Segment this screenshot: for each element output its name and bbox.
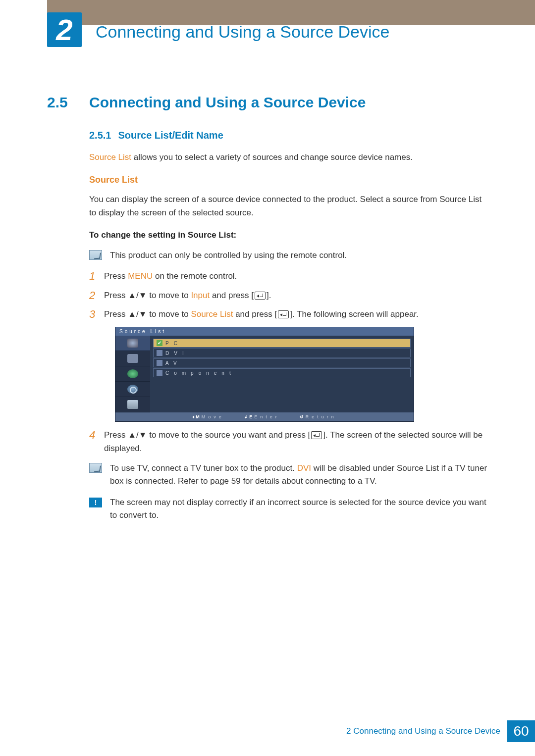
- osd-list: ✔PC DVI AV Component: [150, 336, 414, 412]
- note-remote-only: This product can only be controlled by u…: [89, 249, 490, 262]
- warning-text: The screen may not display correctly if …: [110, 496, 490, 522]
- step-number: 2: [89, 289, 104, 302]
- step-1: 1 Press MENU on the remote control.: [89, 270, 490, 283]
- enter-icon: [311, 431, 322, 439]
- page-number: 60: [507, 720, 535, 742]
- chapter-title: Connecting and Using a Source Device: [96, 22, 389, 42]
- warning-icon: [89, 498, 102, 507]
- t: Enter: [254, 414, 280, 419]
- osd-side-multi-icon: [115, 397, 150, 412]
- content-area: 2.5 Connecting and Using a Source Device…: [47, 94, 490, 530]
- osd-row-label: AV: [165, 360, 182, 366]
- t: ]. The following screen will appear.: [290, 309, 419, 319]
- subsection-heading: 2.5.1 Source List/Edit Name: [89, 130, 490, 141]
- step-3: 3 Press ▲/▼ to move to Source List and p…: [89, 308, 490, 321]
- src-icon: [157, 360, 162, 366]
- osd-sidebar: [115, 336, 150, 412]
- osd-footer: ♦ MMove ↲ EEnter ↺Return: [115, 412, 414, 421]
- subsection-number: 2.5.1: [89, 130, 111, 141]
- osd-screenshot: Source List ✔PC DVI AV Component: [115, 327, 414, 422]
- page-footer: 2 Connecting and Using a Source Device 6…: [346, 720, 535, 742]
- intro-paragraph: Source List allows you to select a varie…: [89, 151, 490, 164]
- osd-footer-return: ↺Return: [300, 414, 337, 419]
- osd-footer-enter: ↲ EEnter: [244, 414, 280, 419]
- osd-body: ✔PC DVI AV Component: [115, 336, 414, 412]
- step-2: 2 Press ▲/▼ to move to Input and press […: [89, 289, 490, 302]
- note-tv-tuner: To use TV, connect a TV tuner box to the…: [89, 462, 490, 488]
- source-list-paragraph: You can display the screen of a source d…: [89, 193, 490, 219]
- osd-row-av: AV: [153, 358, 411, 367]
- osd-row-component: Component: [153, 368, 411, 377]
- t: on the remote control.: [153, 271, 237, 281]
- osd-side-input-icon: [115, 336, 150, 351]
- step-text: Press ▲/▼ to move to Input and press [].: [104, 289, 271, 302]
- manual-page: 2 Connecting and Using a Source Device 2…: [0, 0, 535, 756]
- step-4: 4 Press ▲/▼ to move to the source you wa…: [89, 429, 490, 455]
- src-icon: [157, 350, 162, 356]
- top-band-left-cut: [0, 0, 47, 25]
- intro-rest: allows you to select a variety of source…: [131, 152, 413, 162]
- intro-lead-term: Source List: [89, 152, 131, 162]
- t: Press ▲/▼ to move to the source you want…: [104, 430, 310, 440]
- section-title: Connecting and Using a Source Device: [89, 94, 366, 111]
- t: and press [: [233, 309, 277, 319]
- osd-row-pc: ✔PC: [153, 339, 411, 348]
- src-icon: [157, 370, 162, 376]
- t: Press ▲/▼ to move to: [104, 309, 191, 319]
- dvi-keyword: DVI: [297, 463, 311, 473]
- step-number: 3: [89, 308, 104, 321]
- osd-row-label: DVI: [165, 351, 189, 356]
- osd-side-picture-icon: [115, 351, 150, 366]
- section-heading: 2.5 Connecting and Using a Source Device: [47, 94, 490, 111]
- t: Press ▲/▼ to move to: [104, 291, 191, 300]
- t: Move: [202, 414, 224, 419]
- section-number: 2.5: [47, 94, 89, 111]
- menu-keyword: MENU: [128, 271, 153, 281]
- osd-side-sound-icon: [115, 366, 150, 382]
- footer-breadcrumb: 2 Connecting and Using a Source Device: [346, 726, 500, 736]
- enter-icon: [255, 292, 266, 300]
- osd-row-dvi: DVI: [153, 349, 411, 357]
- t: Return: [306, 414, 337, 419]
- instruction-lead: To change the setting in Source List:: [89, 230, 490, 240]
- body: Source List allows you to select a varie…: [89, 151, 490, 522]
- osd-row-label: PC: [165, 341, 182, 346]
- enter-icon: [278, 310, 289, 318]
- chapter-banner: 2 Connecting and Using a Source Device: [47, 18, 490, 46]
- note-text: This product can only be controlled by u…: [110, 249, 347, 262]
- t: To use TV, connect a TV tuner box to the…: [110, 463, 297, 473]
- step-text: Press MENU on the remote control.: [104, 270, 237, 283]
- note-icon: [89, 250, 102, 260]
- osd-footer-move: ♦ MMove: [192, 414, 224, 419]
- input-keyword: Input: [191, 291, 210, 300]
- source-list-heading: Source List: [89, 175, 490, 185]
- chapter-number-box: 2: [47, 12, 82, 47]
- step-number: 4: [89, 429, 104, 442]
- osd-title: Source List: [115, 327, 414, 336]
- t: Press: [104, 271, 128, 281]
- osd-side-setup-icon: [115, 382, 150, 397]
- source-list-keyword: Source List: [191, 309, 233, 319]
- step-number: 1: [89, 270, 104, 283]
- note-text: To use TV, connect a TV tuner box to the…: [110, 462, 490, 488]
- t: and press [: [210, 291, 254, 300]
- note-icon: [89, 463, 102, 473]
- subsection-title: Source List/Edit Name: [118, 130, 223, 141]
- step-text: Press ▲/▼ to move to Source List and pre…: [104, 308, 419, 321]
- step-text: Press ▲/▼ to move to the source you want…: [104, 429, 490, 455]
- t: ].: [267, 291, 271, 300]
- check-icon: ✔: [157, 340, 162, 346]
- osd-row-label: Component: [165, 370, 236, 376]
- warning-wrong-source: The screen may not display correctly if …: [89, 496, 490, 522]
